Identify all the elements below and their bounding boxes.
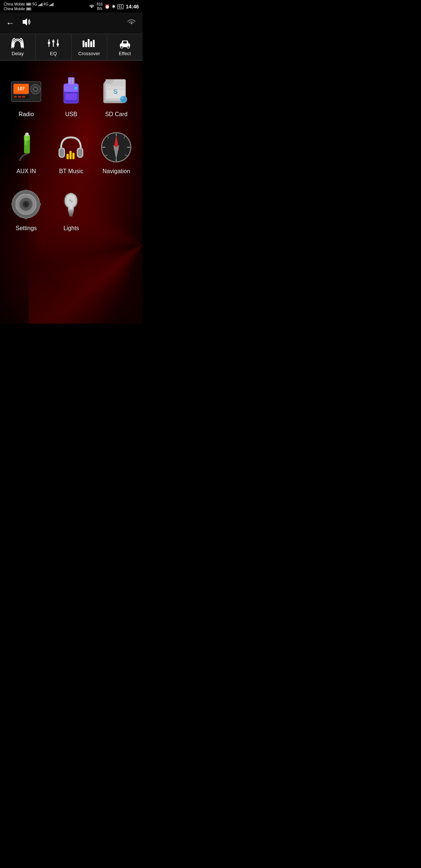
bar3: [52, 4, 52, 6]
svg-rect-10: [90, 41, 92, 47]
svg-rect-30: [69, 78, 71, 83]
navigation-icon: [101, 132, 132, 163]
svg-rect-26: [22, 96, 25, 98]
usb-icon: [57, 76, 85, 105]
svg-marker-0: [23, 18, 27, 26]
carrier1-name: China Mobile: [4, 2, 25, 7]
svg-point-41: [121, 97, 124, 99]
signal-bars-2: [49, 3, 53, 6]
signal-bars-1: [38, 3, 42, 6]
speed-unit: B/s: [96, 7, 103, 11]
crossover-icon: [82, 38, 96, 49]
bar2: [50, 4, 51, 6]
tab-eq[interactable]: EQ: [36, 34, 72, 60]
navigation-icon-wrapper: [100, 131, 133, 164]
app-navigation[interactable]: Navigation: [94, 125, 139, 182]
sdcard-icon-wrapper: S: [100, 74, 133, 107]
battery-label: 61: [117, 4, 124, 9]
svg-rect-6: [57, 43, 59, 45]
volume-icon[interactable]: [20, 17, 32, 29]
effect-icon: [118, 38, 132, 49]
tab-eq-label: EQ: [50, 51, 57, 56]
svg-rect-2: [48, 42, 50, 44]
app-radio[interactable]: 107 Radio: [4, 68, 49, 125]
settings-icon-wrapper: [10, 188, 43, 221]
svg-rect-55: [72, 153, 75, 159]
usb-icon-wrapper: [55, 74, 88, 107]
status-bar: China Mobile HD 5G 4G China Mobile HD: [0, 0, 143, 12]
app-grid: 107 Radio: [0, 61, 143, 246]
svg-rect-7: [83, 41, 84, 47]
btmusic-label: BT Music: [59, 168, 83, 175]
network2: 4G: [43, 2, 48, 7]
svg-point-33: [75, 87, 77, 89]
radio-icon: 107: [11, 77, 42, 103]
speed-value: 816: [96, 2, 103, 7]
navigation-label: Navigation: [103, 168, 130, 175]
header: ←: [0, 12, 143, 34]
auxin-icon-wrapper: [10, 131, 43, 164]
svg-rect-70: [24, 215, 27, 219]
svg-rect-71: [11, 203, 16, 206]
bluetooth-icon: ✱: [112, 4, 115, 9]
main-content: 107 Radio: [0, 61, 143, 324]
tab-crossover[interactable]: Crossover: [72, 34, 107, 60]
usb-label: USB: [65, 111, 77, 118]
carrier2-name: China Mobile: [4, 7, 25, 11]
app-auxin[interactable]: AUX IN: [4, 125, 49, 182]
svg-rect-24: [14, 96, 17, 98]
network1: 5G: [33, 2, 37, 7]
wifi-header-icon: [126, 18, 137, 26]
bar4: [42, 3, 42, 6]
header-wifi-icon: [126, 18, 137, 28]
tab-effect[interactable]: Effect: [107, 34, 143, 60]
bar2: [39, 4, 40, 6]
bar1: [49, 5, 50, 6]
svg-rect-9: [88, 39, 90, 47]
wifi-icon: [89, 4, 95, 9]
svg-rect-50: [60, 149, 64, 157]
svg-rect-82: [69, 212, 73, 213]
svg-rect-83: [69, 213, 73, 215]
speaker-icon: [20, 17, 32, 27]
lights-icon: [59, 189, 83, 220]
bar1: [38, 5, 39, 6]
net-speed: 816 B/s: [96, 2, 103, 11]
time-display: 14:46: [126, 4, 139, 9]
svg-rect-29: [68, 77, 75, 84]
svg-point-40: [120, 96, 127, 103]
right-status-icons: 816 B/s ⏰ ✱ 61 14:46: [89, 2, 139, 11]
tab-delay[interactable]: Delay: [0, 34, 36, 60]
eq-icon: [47, 38, 60, 49]
app-btmusic[interactable]: BT Music: [49, 125, 94, 182]
hd-badge2: HD: [26, 7, 31, 11]
hd-badge1: HD: [26, 3, 31, 6]
lights-label: Lights: [64, 225, 79, 232]
app-sdcard[interactable]: S SD Card: [94, 68, 139, 125]
app-lights[interactable]: Lights: [49, 182, 94, 239]
svg-rect-84: [69, 214, 73, 216]
tab-crossover-label: Crossover: [78, 51, 100, 56]
svg-point-13: [121, 46, 123, 48]
app-usb[interactable]: USB: [49, 68, 94, 125]
svg-point-79: [24, 202, 28, 206]
back-button[interactable]: ←: [6, 18, 15, 28]
app-settings[interactable]: Settings: [4, 182, 49, 239]
auxin-label: AUX IN: [16, 168, 36, 175]
svg-rect-11: [93, 40, 95, 47]
svg-point-14: [127, 46, 129, 48]
radio-label: Radio: [19, 111, 34, 118]
svg-rect-15: [123, 41, 127, 43]
svg-rect-48: [25, 135, 26, 145]
settings-label: Settings: [16, 225, 37, 232]
radio-icon-wrapper: 107: [10, 74, 43, 107]
bar3: [41, 4, 41, 6]
svg-rect-32: [65, 94, 77, 100]
bar4: [53, 3, 53, 6]
aux-icon: [14, 133, 39, 162]
sdcard-label: SD Card: [105, 111, 128, 118]
carrier-info: China Mobile HD 5G 4G China Mobile HD: [4, 2, 53, 11]
btmusic-icon: [56, 132, 87, 163]
svg-rect-53: [67, 154, 69, 159]
svg-rect-8: [85, 42, 87, 47]
